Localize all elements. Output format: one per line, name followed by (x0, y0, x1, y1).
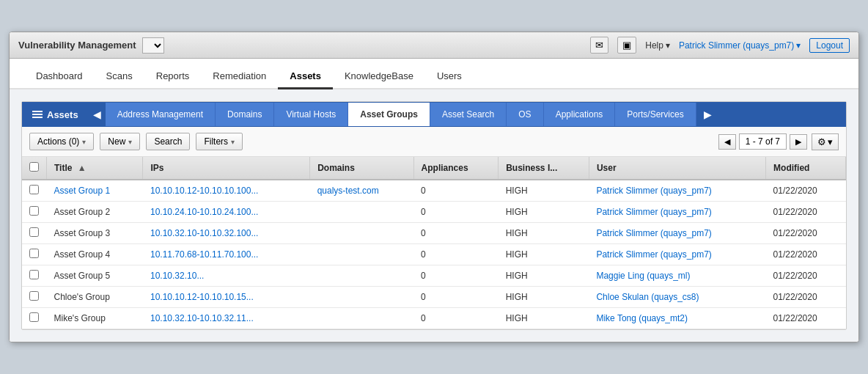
row-ips: 10.11.70.68-10.11.70.100... (143, 244, 310, 265)
row-business-impact: HIGH (499, 244, 589, 265)
row-checkbox[interactable] (29, 249, 39, 258)
nav-reports[interactable]: Reports (144, 65, 202, 88)
gear-icon: ⚙ (817, 136, 826, 147)
nav-assets[interactable]: Assets (278, 65, 333, 89)
nav-knowledgebase[interactable]: KnowledgeBase (333, 65, 425, 88)
row-user-link[interactable]: Maggie Ling (quays_ml) (596, 271, 690, 281)
row-appliances: 0 (413, 308, 499, 329)
row-modified: 01/22/2020 (766, 202, 846, 223)
tab-asset-search[interactable]: Asset Search (430, 103, 507, 126)
tab-prev-button[interactable]: ◀ (89, 103, 106, 126)
settings-arrow: ▾ (828, 136, 833, 147)
help-arrow: ▾ (666, 40, 670, 51)
mail-button[interactable]: ✉ (590, 37, 608, 54)
tab-applications[interactable]: Applications (544, 103, 616, 126)
table-row: Asset Group 110.10.10.12-10.10.10.100...… (22, 180, 846, 202)
row-user: Patrick Slimmer (quays_pm7) (589, 202, 765, 223)
navbar: Dashboard Scans Reports Remediation Asse… (10, 59, 858, 89)
row-business-impact: HIGH (499, 180, 589, 202)
row-user-link[interactable]: Patrick Slimmer (quays_pm7) (596, 249, 711, 260)
nav-dashboard[interactable]: Dashboard (24, 65, 95, 88)
settings-button[interactable]: ⚙ ▾ (812, 133, 839, 150)
tab-virtual-hosts[interactable]: Virtual Hosts (274, 103, 348, 126)
row-user-link[interactable]: Chloe Skulan (quays_cs8) (596, 292, 699, 302)
logout-button[interactable]: Logout (809, 38, 850, 53)
th-checkbox (22, 157, 47, 180)
table-row: Asset Group 210.10.24.10-10.10.24.100...… (22, 202, 846, 223)
row-domains-link[interactable]: qualys-test.com (317, 186, 379, 196)
toolbar-right: ◀ 1 - 7 of 7 ▶ ⚙ ▾ (718, 133, 839, 150)
th-title[interactable]: Title ▲ (47, 157, 143, 180)
titlebar-right: ✉ ▣ Help ▾ Patrick Slimmer (quays_pm7) ▾… (590, 37, 850, 54)
row-domains: qualys-test.com (310, 180, 413, 202)
row-user-link[interactable]: Mike Tong (quays_mt2) (596, 313, 688, 323)
user-label: Patrick Slimmer (quays_pm7) (679, 40, 794, 51)
search-button[interactable]: Search (146, 133, 190, 150)
pagination: ◀ 1 - 7 of 7 ▶ (718, 133, 807, 150)
row-checkbox[interactable] (29, 227, 39, 237)
row-checkbox[interactable] (29, 270, 39, 279)
main-content: Assets ◀ Address Management Domains Virt… (10, 89, 858, 342)
tab-os[interactable]: OS (507, 103, 543, 126)
row-user-link[interactable]: Patrick Slimmer (quays_pm7) (596, 228, 711, 238)
row-checkbox[interactable] (29, 291, 39, 301)
tab-bar: Assets ◀ Address Management Domains Virt… (22, 102, 846, 127)
row-ips: 10.10.32.10... (143, 265, 310, 287)
row-checkbox[interactable] (29, 185, 39, 194)
new-button[interactable]: New ▾ (100, 133, 140, 150)
select-all-checkbox[interactable] (29, 162, 39, 172)
row-user-link[interactable]: Patrick Slimmer (quays_pm7) (596, 186, 711, 196)
row-ips-link[interactable]: 10.10.32.10... (150, 271, 204, 281)
tab-asset-groups[interactable]: Asset Groups (348, 103, 430, 126)
actions-button[interactable]: Actions (0) ▾ (29, 133, 94, 150)
row-title: Asset Group 1 (47, 180, 143, 202)
row-checkbox-cell (22, 180, 47, 202)
row-title: Asset Group 5 (47, 265, 143, 287)
app-dropdown[interactable] (142, 37, 164, 54)
row-domains (310, 244, 413, 265)
actions-arrow: ▾ (82, 138, 86, 146)
row-ips: 10.10.10.12-10.10.10.15... (143, 287, 310, 308)
new-arrow: ▾ (128, 138, 132, 146)
row-user-link[interactable]: Patrick Slimmer (quays_pm7) (596, 207, 711, 217)
page-prev-button[interactable]: ◀ (718, 134, 736, 150)
page-info: 1 - 7 of 7 (739, 133, 787, 150)
tab-domains[interactable]: Domains (216, 103, 274, 126)
tab-address-management[interactable]: Address Management (106, 103, 216, 126)
row-ips-link[interactable]: 10.11.70.68-10.11.70.100... (150, 249, 258, 260)
row-title: Mike's Group (47, 308, 143, 329)
camera-icon: ▣ (622, 40, 631, 51)
row-ips-link[interactable]: 10.10.32.10-10.10.32.11... (150, 313, 254, 323)
row-modified: 01/22/2020 (766, 223, 846, 244)
help-button[interactable]: Help ▾ (645, 40, 670, 51)
camera-button[interactable]: ▣ (617, 37, 636, 54)
th-business-impact: Business I... (499, 157, 589, 180)
tab-next-button[interactable]: ▶ (696, 102, 719, 127)
toolbar: Actions (0) ▾ New ▾ Search Filters ▾ ◀ (22, 127, 846, 157)
row-user: Chloe Skulan (quays_cs8) (589, 287, 765, 308)
row-ips-link[interactable]: 10.10.24.10-10.10.24.100... (150, 207, 258, 217)
row-appliances: 0 (413, 244, 499, 265)
row-ips-link[interactable]: 10.10.10.12-10.10.10.100... (150, 186, 258, 196)
row-user: Mike Tong (quays_mt2) (589, 308, 765, 329)
th-ips: IPs (143, 157, 310, 180)
row-ips-link[interactable]: 10.10.10.12-10.10.10.15... (150, 292, 254, 302)
row-title-link[interactable]: Asset Group 1 (54, 186, 111, 196)
row-modified: 01/22/2020 (766, 244, 846, 265)
app-title: Vulnerability Management (18, 40, 136, 51)
filters-button[interactable]: Filters ▾ (196, 133, 243, 150)
nav-scans[interactable]: Scans (95, 65, 144, 88)
row-ips: 10.10.32.10-10.10.32.11... (143, 308, 310, 329)
row-ips: 10.10.10.12-10.10.10.100... (143, 180, 310, 202)
tab-assets-main[interactable]: Assets (22, 103, 89, 127)
user-menu[interactable]: Patrick Slimmer (quays_pm7) ▾ (679, 40, 801, 51)
nav-users[interactable]: Users (425, 65, 474, 88)
nav-remediation[interactable]: Remediation (201, 65, 278, 88)
tab-ports-services[interactable]: Ports/Services (615, 103, 696, 126)
row-user: Patrick Slimmer (quays_pm7) (589, 180, 765, 202)
row-checkbox[interactable] (29, 312, 39, 322)
row-checkbox[interactable] (29, 206, 39, 216)
row-business-impact: HIGH (499, 202, 589, 223)
row-ips-link[interactable]: 10.10.32.10-10.10.32.100... (150, 228, 258, 238)
page-next-button[interactable]: ▶ (790, 134, 807, 150)
